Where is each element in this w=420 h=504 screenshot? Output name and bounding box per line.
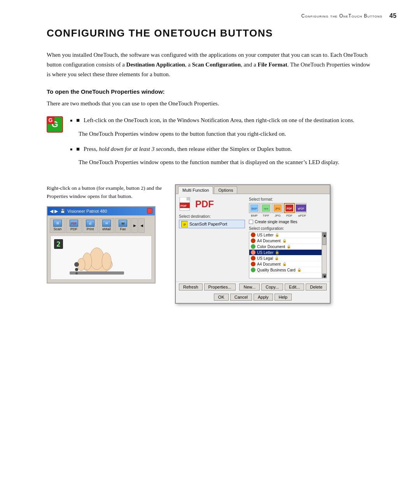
svg-point-13: [75, 272, 78, 275]
close-button[interactable]: [147, 208, 152, 214]
scanner-window: ◀ ▶ 💾 Visioneer Patriot 480 ▤: [47, 206, 156, 284]
svg-text:PDF: PDF: [287, 207, 292, 210]
bullet-list-2: ■ Press, hold down for at least 3 second…: [70, 144, 354, 154]
bullet-item-1: ■ Left-click on the OneTouch icon, in th…: [70, 116, 354, 125]
scanner-window-icon: 💾: [60, 209, 65, 213]
tab-options[interactable]: Options: [214, 186, 237, 194]
pdf-icon-area: PDF PDF: [179, 197, 245, 211]
new-button[interactable]: New...: [239, 284, 260, 290]
format-jpg[interactable]: JPG: [272, 203, 283, 213]
bold-scan-config: Scan Configuration: [192, 61, 241, 68]
config-icon-6: [251, 268, 256, 272]
svg-text:P: P: [184, 223, 186, 227]
scan-btn-icon: ▤: [53, 220, 62, 227]
config-icon-2: [251, 244, 256, 249]
svg-text:G: G: [49, 117, 53, 123]
tab-multi-function[interactable]: Multi Function: [178, 186, 213, 194]
page-header: Configuring the OneTouch Buttons 45: [0, 0, 420, 19]
config-item-1[interactable]: A4 Document 🔒: [249, 238, 322, 244]
format-tiff[interactable]: TIFF: [261, 203, 271, 213]
single-image-checkbox[interactable]: [249, 220, 253, 224]
print-btn-icon: 🖨: [86, 220, 94, 227]
format-apdf[interactable]: aPDF: [296, 203, 306, 213]
email-icon-inner: ✉: [105, 222, 108, 225]
destination-name: ScanSoft PaperPort: [189, 222, 227, 226]
scroll-up-arrow[interactable]: ▲: [322, 233, 326, 236]
apply-button[interactable]: Apply: [254, 294, 273, 301]
bullet2-italic: hold down for at least 3 seconds: [99, 146, 174, 152]
nav-more-button[interactable]: ▶: [131, 218, 138, 233]
dialog-ok-row: OK Cancel Apply Help: [176, 292, 330, 303]
lock-icon-3: 🔒: [275, 250, 279, 254]
edit-button[interactable]: Edit...: [285, 284, 304, 290]
pdf-icon-svg: PDF: [285, 205, 293, 212]
email-button[interactable]: ✉ eMail: [99, 218, 114, 233]
jpg-icon-svg: JPG: [274, 205, 282, 212]
props-bottom-buttons: Refresh Properties... New... Copy... Edi…: [176, 282, 330, 292]
config-list-container: US Letter 🔒 A4 Document 🔒: [249, 232, 327, 278]
bmp-icon-svg: BMP: [250, 205, 258, 212]
methods-intro: There are two methods that you can use t…: [47, 99, 373, 108]
section-heading: To open the OneTouch Properties window:: [47, 88, 373, 95]
bold-file-format: File Format: [258, 61, 287, 68]
pdf-doc-icon: PDF: [179, 197, 193, 211]
apdf-icon-svg: aPDF: [296, 205, 306, 212]
destination-item[interactable]: P ScanSoft PaperPort: [179, 220, 245, 228]
dialog-tabs: Multi Function Options: [176, 185, 330, 194]
config-item-2[interactable]: Color Document 🔒: [249, 244, 322, 250]
scroll-down-arrow[interactable]: ▼: [322, 274, 326, 278]
bullet2-suffix: , then release either the Simplex or Dup…: [174, 146, 292, 152]
config-icon-5: [251, 262, 256, 266]
bullet-item-2: ■ Press, hold down for at least 3 second…: [70, 144, 354, 154]
config-list: US Letter 🔒 A4 Document 🔒: [249, 232, 322, 278]
config-item-4[interactable]: US Legal 🔒: [249, 256, 322, 261]
lock-icon-1: 🔒: [282, 239, 287, 243]
select-destination-label: Select destination:: [179, 214, 245, 219]
pdf-icon-inner: PDF: [71, 222, 77, 225]
config-label-5: A4 Document: [257, 262, 281, 266]
delete-button[interactable]: Delete: [306, 284, 327, 290]
lock-icon-5: 🔒: [282, 262, 287, 266]
refresh-button[interactable]: Refresh: [179, 284, 203, 290]
print-btn-label: Print: [87, 227, 94, 231]
svg-rect-10: [70, 271, 124, 275]
scroll-thumb[interactable]: [322, 237, 326, 245]
cancel-button[interactable]: Cancel: [230, 294, 252, 301]
config-item-5[interactable]: A4 Document 🔒: [249, 261, 322, 267]
pdf-btn-label: PDF: [70, 227, 77, 231]
bullet-list: ■ Left-click on the OneTouch icon, in th…: [70, 116, 354, 125]
nav-less-button[interactable]: ◀: [138, 218, 145, 233]
copy-button[interactable]: Copy...: [261, 284, 283, 290]
format-bmp[interactable]: BMP: [249, 203, 260, 213]
fax-button[interactable]: 📠 Fax: [115, 218, 131, 233]
fax-icon-inner: 📠: [121, 222, 125, 225]
destination-icon: P: [181, 221, 187, 227]
scan-button[interactable]: ▤ Scan: [50, 218, 65, 233]
config-item-0[interactable]: US Letter 🔒: [249, 232, 322, 238]
print-button[interactable]: 🖨 Print: [82, 218, 98, 233]
nav-more-icon: ▶: [133, 224, 136, 228]
properties-dialog: Multi Function Options: [175, 184, 331, 304]
scanner-body: ▤ Scan PDF PDF: [47, 215, 155, 283]
bullet-list-container: ■ Left-click on the OneTouch icon, in th…: [70, 116, 354, 173]
email-btn-icon: ✉: [102, 220, 111, 227]
scanner-hand-area: [54, 239, 148, 276]
pdf-btn-icon: PDF: [70, 220, 78, 227]
config-item-6[interactable]: Quality Business Card 🔒: [249, 267, 322, 273]
lock-icon-0: 🔒: [275, 233, 279, 237]
config-label-1: A4 Document: [257, 239, 281, 243]
page-number: 45: [389, 12, 397, 19]
help-button[interactable]: Help: [275, 294, 292, 301]
pdf-big-label: PDF: [195, 199, 214, 210]
properties-button[interactable]: Properties...: [204, 284, 236, 290]
format-pdf[interactable]: PDF: [284, 203, 295, 213]
single-image-label: Create single image files: [255, 220, 298, 224]
config-item-3[interactable]: US Letter 🔒: [249, 250, 322, 256]
svg-point-11: [74, 262, 79, 267]
lock-icon-2: 🔒: [287, 245, 291, 248]
scanner-device-area: 2: [51, 236, 152, 280]
svg-text:BMP: BMP: [251, 207, 257, 210]
pdf-button[interactable]: PDF PDF: [66, 218, 82, 233]
config-scrollbar[interactable]: ▲ ▼: [322, 232, 326, 278]
ok-button[interactable]: OK: [214, 294, 229, 301]
